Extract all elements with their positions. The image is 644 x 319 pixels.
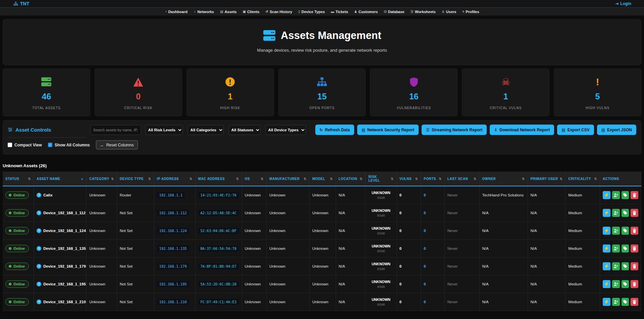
profiles-icon: ≡ <box>462 10 464 13</box>
nav-item-dashboard[interactable]: ◔Dashboard <box>165 10 187 14</box>
delete-button[interactable] <box>631 280 638 288</box>
question-icon[interactable]: ? <box>37 264 41 269</box>
col-header-mac-address[interactable]: MAC ADDRESS⇅ <box>195 172 242 186</box>
scan-history-icon: ↺ <box>266 10 268 13</box>
assets-table: STATUS⇅ASSET NAME▲CATEGORY⇅DEVICE TYPE⇅I… <box>3 172 641 311</box>
question-icon[interactable]: ? <box>37 246 41 251</box>
delete-button[interactable] <box>631 244 638 253</box>
show-all-columns-checkbox[interactable]: ✓ Show All Columns <box>48 143 90 147</box>
sort-icon: ⇅ <box>111 177 114 181</box>
reset-columns-button[interactable]: ↔ Reset Columns <box>96 140 138 149</box>
login-button[interactable]: ⇥ Login <box>615 1 631 6</box>
brand-logo[interactable]: TNT <box>13 1 29 6</box>
delete-button[interactable] <box>631 191 638 199</box>
assign-user-button[interactable] <box>612 280 620 288</box>
nav-item-tickets[interactable]: ▬Tickets <box>331 10 348 14</box>
page-title: Assets Management <box>3 30 641 42</box>
col-header-status[interactable]: STATUS⇅ <box>3 172 34 186</box>
nav-item-customers[interactable]: ♟Customers <box>354 10 378 14</box>
tags-button[interactable] <box>622 262 629 270</box>
col-header-category[interactable]: CATEGORY⇅ <box>87 172 117 186</box>
sign-in-icon: ⇥ <box>615 1 619 6</box>
nav-item-database[interactable]: ⛁Database <box>384 10 404 14</box>
scan-button[interactable]: ⚡ <box>603 209 610 217</box>
col-header-owner[interactable]: OWNER⇅ <box>479 172 528 186</box>
nav-item-worksheets[interactable]: ☰Worksheets <box>411 10 436 14</box>
mac-cell: 52:63:04:D6:AC:BF <box>195 222 242 239</box>
col-header-location[interactable]: LOCATION⇅ <box>336 172 366 186</box>
nav-item-device-types[interactable]: ▯Device Types <box>298 10 325 14</box>
col-header-actions: ACTIONS <box>600 172 641 186</box>
delete-button[interactable] <box>631 262 638 270</box>
col-header-last-scan[interactable]: LAST SCAN⇅ <box>444 172 479 186</box>
tags-button[interactable] <box>622 209 629 217</box>
tags-button[interactable] <box>622 280 629 288</box>
search-input[interactable] <box>90 125 141 135</box>
assign-user-button[interactable] <box>612 244 620 253</box>
col-header-ports[interactable]: PORTS⇅ <box>421 172 445 186</box>
question-icon[interactable]: ? <box>37 228 41 233</box>
compact-view-checkbox[interactable]: Compact View <box>8 143 42 147</box>
question-icon[interactable]: ? <box>37 300 41 304</box>
tags-button[interactable] <box>622 298 629 306</box>
download-network-report-button[interactable]: ⇩Download Network Report <box>490 125 554 135</box>
col-header-device-type[interactable]: DEVICE TYPE⇅ <box>117 172 154 186</box>
nav-item-profiles[interactable]: ≡Profiles <box>462 10 479 14</box>
question-icon[interactable]: ? <box>37 282 41 286</box>
col-header-criticality[interactable]: CRITICALITY⇅ <box>566 172 600 186</box>
assign-user-button[interactable] <box>612 191 620 199</box>
assign-user-button[interactable] <box>612 262 620 270</box>
assign-user-button[interactable] <box>612 209 620 217</box>
primary-user-cell: N/A <box>528 186 566 204</box>
manufacturer-cell: Unknown <box>267 275 310 293</box>
assign-user-button[interactable] <box>612 227 620 235</box>
col-header-primary-user[interactable]: PRIMARY USER⇅ <box>528 172 566 186</box>
col-header-os[interactable]: OS⇅ <box>242 172 267 186</box>
col-header-asset-name[interactable]: ASSET NAME▲ <box>34 172 87 186</box>
tags-button[interactable] <box>622 244 629 253</box>
scan-button[interactable]: ⚡ <box>603 298 610 306</box>
delete-button[interactable] <box>631 209 638 217</box>
nav-item-clients[interactable]: ▣Clients <box>243 10 259 14</box>
mac-address: 52:63:04:D6:AC:BF <box>198 228 239 234</box>
scan-button[interactable]: ⚡ <box>603 227 610 235</box>
filter-select-all-device-types[interactable]: All Device Types <box>265 125 306 135</box>
export-csv-button[interactable]: ▤Export CSV <box>557 125 594 135</box>
status-badge: Online <box>5 227 29 234</box>
delete-button[interactable] <box>631 298 638 306</box>
model-cell: Unknown <box>309 293 336 311</box>
nav-item-assets[interactable]: ▤Assets <box>220 10 237 14</box>
question-icon[interactable]: ? <box>37 193 41 197</box>
vulns-cell: 0 <box>396 239 421 257</box>
col-header-vulns[interactable]: VULNS⇅ <box>396 172 421 186</box>
ip-cell: 192.168.1.1 <box>154 186 195 204</box>
filter-group: All Risk LevelsAll CategoriesAll Statuse… <box>145 125 306 135</box>
online-dot-icon <box>9 212 11 214</box>
filter-select-all-risk-levels[interactable]: All Risk Levels <box>145 125 183 135</box>
nav-item-users[interactable]: ♙Users <box>442 10 457 14</box>
nav-item-networks[interactable]: ♁Networks <box>194 10 214 14</box>
filter-select-all-statuses[interactable]: All Statuses <box>228 125 261 135</box>
actions-cell: ⚡ <box>600 239 641 257</box>
nav-item-scan-history[interactable]: ↺Scan History <box>266 10 292 14</box>
filter-select-all-categories[interactable]: All Categories <box>187 125 224 135</box>
streaming-network-report-button[interactable]: ☰Streaming Network Report <box>422 125 487 135</box>
question-icon[interactable]: ? <box>37 211 41 215</box>
scan-button[interactable]: ⚡ <box>603 280 610 288</box>
scan-button[interactable]: ⚡ <box>603 262 610 270</box>
export-json-button[interactable]: ▤Export JSON <box>597 125 636 135</box>
col-header-risk-level[interactable]: RISK LEVEL⇅ <box>366 172 397 186</box>
col-header-ip-address[interactable]: IP ADDRESS⇅ <box>154 172 195 186</box>
ip-address: 192.168.1.112 <box>157 210 189 216</box>
col-header-manufacturer[interactable]: MANUFACTURER⇅ <box>267 172 310 186</box>
network-security-report-button[interactable]: ▤Network Security Report <box>357 125 419 135</box>
refresh-data-button[interactable]: ↻Refresh Data <box>315 125 354 135</box>
tags-button[interactable] <box>622 227 629 235</box>
category-cell: Unknown <box>87 257 117 275</box>
scan-button[interactable]: ⚡ <box>603 191 610 199</box>
tags-button[interactable] <box>622 191 629 199</box>
scan-button[interactable]: ⚡ <box>603 244 610 253</box>
assign-user-button[interactable] <box>612 298 620 306</box>
delete-button[interactable] <box>631 227 638 235</box>
col-header-model[interactable]: MODEL⇅ <box>309 172 336 186</box>
